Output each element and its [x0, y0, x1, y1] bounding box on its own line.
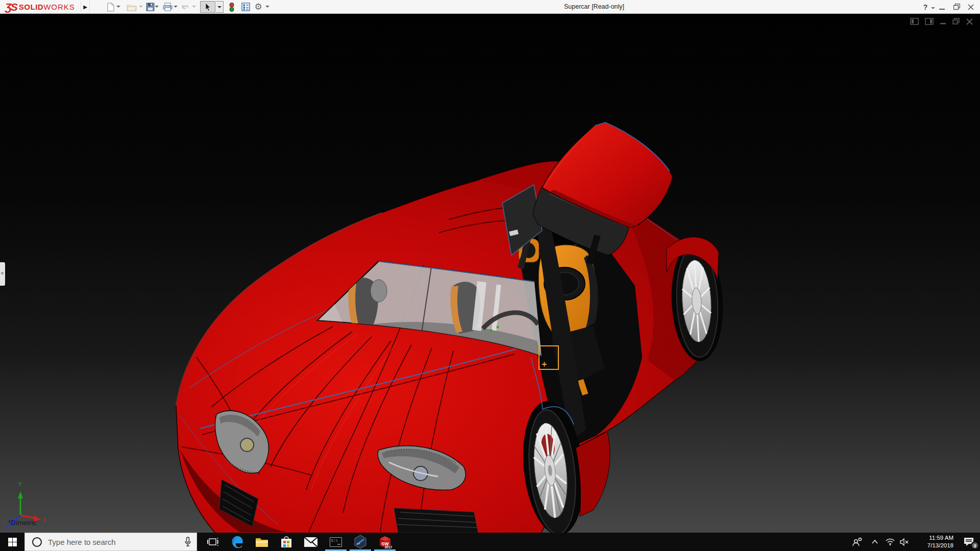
hexagon-app-button[interactable]: [348, 533, 373, 551]
search-input[interactable]: [48, 538, 170, 546]
options-dropdown[interactable]: [265, 6, 270, 8]
undo-button[interactable]: [180, 2, 191, 12]
solidworks-taskbar-button[interactable]: SW 2017: [373, 533, 397, 551]
folder-icon: [255, 537, 268, 547]
document-window-controls: [910, 18, 973, 25]
notification-badge: 3: [971, 541, 979, 549]
solidworks-titlebar: ƷS SOLIDWORKS ▶: [0, 0, 980, 14]
open-dropdown[interactable]: [139, 6, 143, 8]
options-gear-icon[interactable]: ⚙: [253, 2, 264, 12]
cortana-icon[interactable]: [32, 537, 42, 547]
people-icon: [852, 537, 862, 547]
edge-browser-button[interactable]: [225, 533, 250, 551]
mail-icon: [304, 537, 317, 547]
restore-button[interactable]: [949, 0, 964, 14]
help-dropdown[interactable]: [931, 7, 935, 9]
new-document-button[interactable]: [105, 2, 116, 12]
new-document-dropdown[interactable]: [116, 6, 120, 8]
pane-right-icon[interactable]: [925, 18, 934, 25]
undo-dropdown[interactable]: [192, 6, 196, 8]
file-explorer-button[interactable]: [250, 533, 274, 551]
doc-close-icon[interactable]: [966, 18, 973, 25]
svg-text:2017: 2017: [385, 545, 392, 549]
save-dropdown[interactable]: [155, 6, 159, 8]
people-button[interactable]: [847, 533, 867, 551]
save-button[interactable]: [144, 2, 156, 12]
solidworks-logo: ƷS SOLIDWORKS: [5, 1, 75, 13]
taskbar-search[interactable]: [24, 533, 197, 551]
print-button[interactable]: [162, 2, 173, 12]
wifi-icon: [886, 538, 895, 545]
taskbar-clock[interactable]: 11:59 AM 7/13/2018: [915, 534, 953, 549]
select-tool-button[interactable]: [200, 1, 215, 13]
mate-indicator-green: [489, 329, 493, 332]
network-button[interactable]: [883, 533, 897, 551]
clock-date: 7/13/2018: [915, 542, 953, 549]
microphone-icon[interactable]: [184, 537, 191, 547]
command-prompt-button[interactable]: C:\: [324, 533, 348, 551]
chevron-up-icon: [872, 540, 878, 544]
feature-manager-flyout-tab[interactable]: [0, 262, 5, 286]
mail-button[interactable]: [299, 533, 323, 551]
desktop-screen: ƷS SOLIDWORKS ▶: [0, 0, 980, 551]
solidworks-app-icon: SW 2017: [378, 535, 392, 549]
file-properties-button[interactable]: [240, 2, 251, 12]
edge-icon: [231, 535, 244, 548]
minimize-button[interactable]: [935, 0, 949, 14]
open-button[interactable]: [126, 2, 137, 12]
graphics-viewport[interactable]: Y X Z *Dimetric: [0, 14, 980, 533]
svg-text:Y: Y: [18, 482, 22, 487]
supercar-3d-model[interactable]: [0, 14, 980, 533]
doc-minimize-icon[interactable]: [940, 18, 946, 25]
volume-button[interactable]: [897, 533, 912, 551]
hidden-icons-button[interactable]: [867, 533, 883, 551]
store-icon: [280, 536, 292, 548]
clock-time: 11:59 AM: [915, 534, 953, 542]
windows-taskbar: C:\ SW 2017: [0, 533, 980, 551]
hexagon-app-icon: [354, 535, 367, 549]
start-button[interactable]: [0, 533, 24, 551]
action-center-button[interactable]: 3: [958, 533, 980, 551]
doc-restore-icon[interactable]: [952, 18, 960, 25]
svg-text:X: X: [43, 517, 46, 523]
view-orientation-label: *Dimetric: [8, 519, 36, 527]
print-dropdown[interactable]: [174, 6, 178, 8]
select-tool-dropdown[interactable]: [216, 1, 224, 13]
window-title: Supercar [Read-only]: [564, 3, 624, 10]
solidworks-logo-glyph: ƷS: [5, 1, 17, 13]
task-view-button[interactable]: [201, 533, 225, 551]
help-button[interactable]: ?: [920, 0, 931, 14]
pane-left-icon[interactable]: [910, 18, 919, 25]
rebuild-traffic-light-icon[interactable]: [226, 2, 237, 12]
close-button[interactable]: [964, 0, 978, 14]
front-grille-right: [394, 508, 479, 533]
command-prompt-icon: C:\: [330, 537, 342, 547]
store-button[interactable]: [274, 533, 299, 551]
volume-muted-icon: [900, 538, 909, 546]
windows-logo-icon: [8, 538, 17, 546]
menu-flyout-arrow[interactable]: ▶: [81, 1, 90, 12]
